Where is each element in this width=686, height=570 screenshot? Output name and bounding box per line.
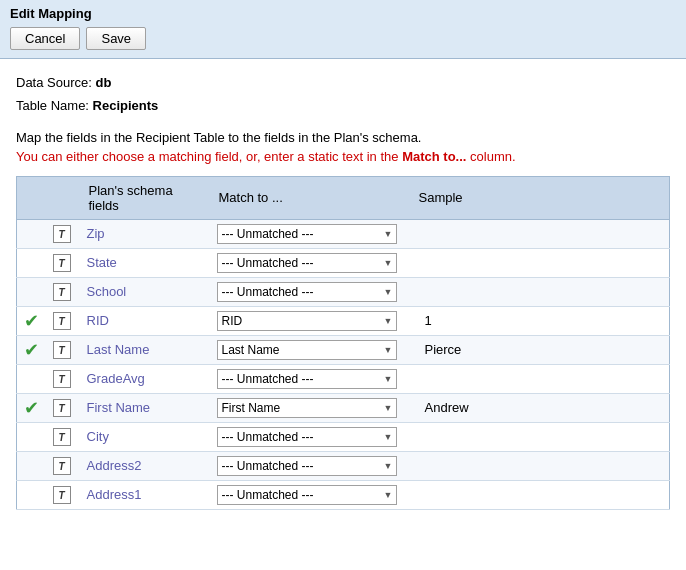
edit-mapping-header: Edit Mapping Cancel Save — [0, 0, 686, 59]
field-type-cell: T — [47, 335, 81, 364]
text-type-icon: T — [53, 283, 71, 301]
sample-value — [417, 255, 425, 270]
field-type-cell: T — [47, 306, 81, 335]
match-status-cell — [17, 364, 47, 393]
table-row: TCity--- Unmatched --- — [17, 422, 670, 451]
table-row: TAddress1--- Unmatched --- — [17, 480, 670, 509]
match-select-cell[interactable]: --- Unmatched ---First Name — [211, 393, 411, 422]
match-status-cell — [17, 248, 47, 277]
description-line1: Map the fields in the Recipient Table to… — [16, 130, 670, 145]
match-select-cell[interactable]: --- Unmatched ---Last Name — [211, 335, 411, 364]
sample-cell — [411, 277, 670, 306]
th-type — [47, 176, 81, 219]
match-select-cell[interactable]: --- Unmatched --- — [211, 480, 411, 509]
page-title: Edit Mapping — [10, 6, 676, 21]
table-row: ✔TRID--- Unmatched ---RID1 — [17, 306, 670, 335]
matched-check-icon: ✔ — [24, 398, 39, 418]
text-type-icon: T — [53, 312, 71, 330]
match-status-cell: ✔ — [17, 335, 47, 364]
match-select-cell[interactable]: --- Unmatched --- — [211, 364, 411, 393]
description-line2: You can either choose a matching field, … — [16, 149, 670, 164]
field-name-cell: First Name — [81, 393, 211, 422]
th-field: Plan's schema fields — [81, 176, 211, 219]
meta-info: Data Source: db Table Name: Recipients — [16, 71, 670, 118]
table-name-line: Table Name: Recipients — [16, 94, 670, 117]
field-name-cell: Address1 — [81, 480, 211, 509]
data-source-label: Data Source: — [16, 75, 92, 90]
sample-cell — [411, 451, 670, 480]
match-status-cell — [17, 422, 47, 451]
match-select-cell[interactable]: --- Unmatched --- — [211, 219, 411, 248]
sample-value — [417, 284, 425, 299]
select-wrapper: --- Unmatched --- — [217, 456, 397, 476]
match-dropdown[interactable]: --- Unmatched --- — [217, 456, 397, 476]
field-type-cell: T — [47, 277, 81, 306]
field-name-label: School — [87, 284, 127, 299]
match-status-cell — [17, 277, 47, 306]
cancel-button[interactable]: Cancel — [10, 27, 80, 50]
match-dropdown[interactable]: --- Unmatched --- — [217, 282, 397, 302]
text-type-icon: T — [53, 486, 71, 504]
match-select-cell[interactable]: --- Unmatched --- — [211, 451, 411, 480]
field-name-cell: GradeAvg — [81, 364, 211, 393]
match-select-cell[interactable]: --- Unmatched --- — [211, 422, 411, 451]
desc-pre: You can either choose a matching field, … — [16, 149, 402, 164]
field-name-label: Last Name — [87, 342, 150, 357]
match-select-cell[interactable]: --- Unmatched --- — [211, 277, 411, 306]
select-wrapper: --- Unmatched ---First Name — [217, 398, 397, 418]
sample-cell — [411, 364, 670, 393]
match-dropdown[interactable]: --- Unmatched --- — [217, 369, 397, 389]
sample-value: Pierce — [417, 342, 462, 357]
th-match: Match to ... — [211, 176, 411, 219]
table-row: TSchool--- Unmatched --- — [17, 277, 670, 306]
field-name-cell: Zip — [81, 219, 211, 248]
table-row: TZip--- Unmatched --- — [17, 219, 670, 248]
table-row: TGradeAvg--- Unmatched --- — [17, 364, 670, 393]
field-name-cell: Last Name — [81, 335, 211, 364]
field-name-label: Address2 — [87, 458, 142, 473]
match-dropdown[interactable]: --- Unmatched --- — [217, 427, 397, 447]
field-name-label: City — [87, 429, 109, 444]
field-type-cell: T — [47, 480, 81, 509]
match-status-cell: ✔ — [17, 393, 47, 422]
sample-cell — [411, 219, 670, 248]
field-name-label: GradeAvg — [87, 371, 145, 386]
text-type-icon: T — [53, 341, 71, 359]
table-header-row: Plan's schema fields Match to ... Sample — [17, 176, 670, 219]
field-type-cell: T — [47, 393, 81, 422]
table-row: ✔TFirst Name--- Unmatched ---First NameA… — [17, 393, 670, 422]
select-wrapper: --- Unmatched --- — [217, 224, 397, 244]
match-dropdown[interactable]: --- Unmatched ---RID — [217, 311, 397, 331]
match-dropdown[interactable]: --- Unmatched --- — [217, 224, 397, 244]
save-button[interactable]: Save — [86, 27, 146, 50]
table-row: TState--- Unmatched --- — [17, 248, 670, 277]
sample-cell — [411, 480, 670, 509]
field-type-cell: T — [47, 422, 81, 451]
table-name-label: Table Name: — [16, 98, 89, 113]
sample-value: Andrew — [417, 400, 469, 415]
match-dropdown[interactable]: --- Unmatched --- — [217, 485, 397, 505]
match-dropdown[interactable]: --- Unmatched ---Last Name — [217, 340, 397, 360]
match-dropdown[interactable]: --- Unmatched ---First Name — [217, 398, 397, 418]
sample-value: 1 — [417, 313, 432, 328]
sample-value — [417, 226, 425, 241]
select-wrapper: --- Unmatched --- — [217, 369, 397, 389]
text-type-icon: T — [53, 225, 71, 243]
field-name-cell: RID — [81, 306, 211, 335]
match-dropdown[interactable]: --- Unmatched --- — [217, 253, 397, 273]
text-type-icon: T — [53, 370, 71, 388]
sample-value — [417, 429, 425, 444]
sample-value — [417, 487, 425, 502]
field-name-cell: City — [81, 422, 211, 451]
text-type-icon: T — [53, 457, 71, 475]
desc-post: column. — [466, 149, 515, 164]
select-wrapper: --- Unmatched --- — [217, 485, 397, 505]
sample-cell — [411, 248, 670, 277]
matched-check-icon: ✔ — [24, 340, 39, 360]
desc-bold: Match to... — [402, 149, 466, 164]
field-name-label: RID — [87, 313, 109, 328]
match-select-cell[interactable]: --- Unmatched --- — [211, 248, 411, 277]
sample-cell: Pierce — [411, 335, 670, 364]
match-select-cell[interactable]: --- Unmatched ---RID — [211, 306, 411, 335]
table-row: ✔TLast Name--- Unmatched ---Last NamePie… — [17, 335, 670, 364]
